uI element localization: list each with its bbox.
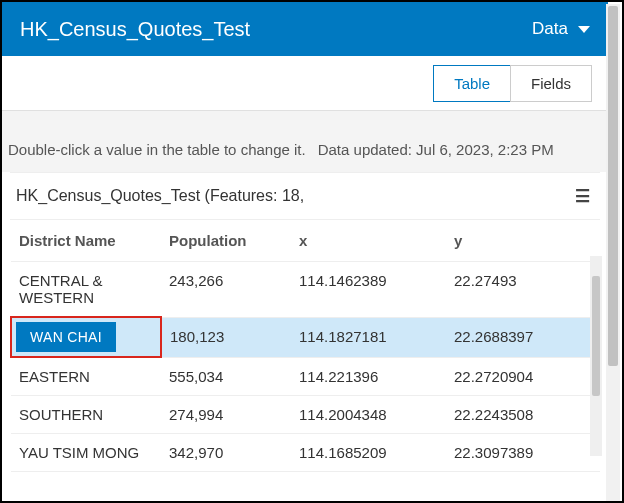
table-options-icon[interactable]: ☰ (575, 188, 590, 205)
col-population[interactable]: Population (161, 220, 291, 262)
cell-y[interactable]: 22.2688397 (446, 317, 600, 357)
table-row-selected[interactable]: WAN CHAI 180,123 114.1827181 22.2688397 (11, 317, 600, 357)
table-title: HK_Census_Quotes_Test (Features: 18, (16, 187, 304, 205)
table-row[interactable]: SOUTHERN 274,994 114.2004348 22.2243508 (11, 396, 600, 434)
chevron-down-icon (578, 26, 590, 33)
hint-updated: Data updated: Jul 6, 2023, 2:23 PM (318, 141, 554, 158)
grid-scrollbar[interactable] (590, 256, 602, 456)
view-tab-group: Table Fields (433, 65, 592, 102)
table-title-row: HK_Census_Quotes_Test (Features: 18, ☰ (10, 173, 600, 220)
cell-pop[interactable]: 180,123 (161, 317, 291, 357)
cell-pop[interactable]: 342,970 (161, 434, 291, 472)
table-row[interactable]: CENTRAL & WESTERN 243,266 114.1462389 22… (11, 262, 600, 318)
page-title: HK_Census_Quotes_Test (20, 18, 250, 41)
cell-pop[interactable]: 555,034 (161, 357, 291, 396)
table-header-row: District Name Population x y (11, 220, 600, 262)
data-menu-label: Data (532, 19, 568, 39)
tab-table[interactable]: Table (433, 65, 511, 102)
cell-name[interactable]: SOUTHERN (11, 396, 161, 434)
cell-y[interactable]: 22.3097389 (446, 434, 600, 472)
col-y[interactable]: y (446, 220, 600, 262)
cell-y[interactable]: 22.27493 (446, 262, 600, 318)
cell-y[interactable]: 22.2243508 (446, 396, 600, 434)
table-row[interactable]: YAU TSIM MONG 342,970 114.1685209 22.309… (11, 434, 600, 472)
cell-name[interactable]: CENTRAL & WESTERN (11, 262, 161, 318)
cell-x[interactable]: 114.2004348 (291, 396, 446, 434)
col-district-name[interactable]: District Name (11, 220, 161, 262)
page-scrollbar[interactable] (606, 4, 620, 501)
cell-x[interactable]: 114.1462389 (291, 262, 446, 318)
cell-x[interactable]: 114.1685209 (291, 434, 446, 472)
data-menu[interactable]: Data (532, 19, 590, 39)
cell-x[interactable]: 114.221396 (291, 357, 446, 396)
view-tabs-row: Table Fields (2, 56, 608, 111)
data-grid: District Name Population x y CENTRAL & W… (10, 220, 600, 472)
cell-pop[interactable]: 274,994 (161, 396, 291, 434)
cell-y[interactable]: 22.2720904 (446, 357, 600, 396)
cell-x[interactable]: 114.1827181 (291, 317, 446, 357)
hint-bar: Double-click a value in the table to cha… (2, 111, 608, 172)
table-row[interactable]: EASTERN 555,034 114.221396 22.2720904 (11, 357, 600, 396)
page-scrollbar-thumb[interactable] (608, 6, 618, 366)
col-x[interactable]: x (291, 220, 446, 262)
table-panel: HK_Census_Quotes_Test (Features: 18, ☰ D… (10, 172, 600, 472)
cell-name[interactable]: YAU TSIM MONG (11, 434, 161, 472)
grid-scrollbar-thumb[interactable] (592, 276, 600, 396)
cell-name[interactable]: EASTERN (11, 357, 161, 396)
tab-fields[interactable]: Fields (510, 65, 592, 102)
cell-pop[interactable]: 243,266 (161, 262, 291, 318)
header-bar: HK_Census_Quotes_Test Data (2, 2, 608, 56)
edit-input[interactable]: WAN CHAI (16, 322, 116, 352)
hint-instruction: Double-click a value in the table to cha… (8, 141, 306, 158)
cell-name-editing[interactable]: WAN CHAI (11, 317, 161, 357)
